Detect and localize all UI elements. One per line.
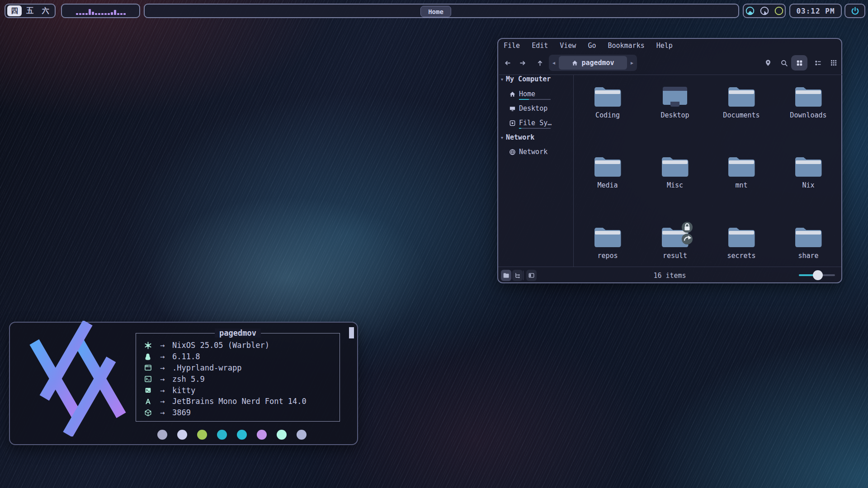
folder-icon — [794, 155, 823, 178]
slider-handle[interactable] — [813, 270, 823, 280]
folder-label: Documents — [723, 111, 760, 119]
fetch-row-shell: → zsh 5.9 — [143, 373, 307, 385]
viz-bar — [117, 13, 119, 15]
collapse-icon: ▾ — [501, 77, 503, 82]
folder-desktop[interactable]: Desktop — [648, 85, 702, 119]
folder-mnt[interactable]: mnt — [714, 155, 769, 189]
folder-label: Downloads — [790, 111, 826, 119]
folder-misc[interactable]: Misc — [648, 155, 702, 189]
palette-dot — [217, 430, 227, 440]
folder-label: Nix — [802, 181, 814, 189]
up-button[interactable] — [534, 57, 545, 68]
kernel-value: 6.11.8 — [172, 352, 200, 361]
home-icon — [571, 60, 578, 66]
icon-size-slider[interactable] — [799, 274, 835, 276]
focus-underline — [519, 128, 551, 129]
viz-bar — [108, 13, 110, 15]
list-view-button[interactable] — [812, 57, 823, 68]
fetch-rows: → NixOS 25.05 (Warbler) → 6.11.8 → .Hypr… — [143, 340, 307, 418]
viz-bar — [82, 13, 85, 15]
folder-label: Media — [597, 181, 618, 189]
item-label: Desktop — [519, 104, 547, 113]
folder-share[interactable]: share — [781, 225, 835, 260]
arrow-icon: → — [152, 386, 172, 395]
clock[interactable]: 03:12 PM — [789, 4, 842, 18]
menu-bookmarks[interactable]: Bookmarks — [608, 42, 644, 50]
folder-result[interactable]: result — [648, 225, 702, 260]
packages-icon — [143, 408, 152, 417]
forward-button[interactable] — [517, 57, 528, 68]
desktop-icon — [509, 105, 516, 112]
desktop-folder-icon — [660, 85, 689, 108]
folder-downloads[interactable]: Downloads — [781, 85, 835, 119]
workspace-6[interactable]: 六 — [38, 5, 53, 16]
section-label: My Computer — [506, 75, 551, 83]
system-status-widget[interactable] — [743, 4, 786, 18]
folder-icon — [727, 85, 756, 108]
folder-icon — [593, 85, 622, 108]
fetch-row-wm: → .Hyprland-wrapp — [143, 362, 307, 374]
symlink-emblem-icon — [681, 233, 693, 245]
power-button[interactable] — [844, 4, 865, 18]
lock-emblem-icon — [681, 221, 693, 233]
item-label: Home — [519, 90, 535, 98]
search-button[interactable] — [778, 57, 789, 68]
folder-label: Desktop — [660, 111, 689, 119]
terminal-icon — [143, 386, 152, 394]
menu-view[interactable]: View — [560, 42, 576, 50]
item-label: Network — [519, 148, 547, 156]
viz-bar — [101, 13, 104, 15]
folder-label: Misc — [667, 181, 683, 189]
folder-repos[interactable]: repos — [580, 225, 635, 260]
terminal-color-palette — [157, 430, 307, 440]
folder-coding[interactable]: Coding — [580, 85, 635, 119]
folder-documents[interactable]: Documents — [714, 85, 769, 119]
fetch-row-terminal: → kitty — [143, 385, 307, 396]
menu-edit[interactable]: Edit — [532, 42, 548, 50]
fetch-row-packages: → 3869 — [143, 407, 307, 418]
sidebar-section-network[interactable]: ▾ Network — [501, 133, 534, 141]
taskbar: Home — [144, 4, 739, 18]
sidebar-item-desktop[interactable]: Desktop — [509, 104, 547, 113]
viz-bar — [123, 13, 126, 15]
home-icon — [509, 91, 516, 98]
folder-icon — [794, 225, 823, 249]
menu-file[interactable]: File — [504, 42, 520, 50]
sidebar-item-file-system[interactable]: File Sy… — [509, 119, 552, 127]
back-button[interactable] — [502, 57, 513, 68]
items-count: 16 items — [498, 267, 841, 284]
folder-nix[interactable]: Nix — [781, 155, 835, 189]
linux-kernel-icon — [143, 352, 152, 361]
path-scroll-left-icon[interactable]: ◂ — [549, 60, 559, 66]
menu-go[interactable]: Go — [588, 42, 596, 50]
sidebar-item-network[interactable]: Network — [509, 148, 547, 156]
terminal-cursor — [349, 327, 354, 338]
focused-window-button[interactable]: Home — [420, 6, 451, 17]
workspace-5[interactable]: 五 — [23, 5, 37, 16]
menu-help[interactable]: Help — [656, 42, 673, 50]
fetch-row-font: → JetBrains Mono Nerd Font 14.0 — [143, 396, 307, 407]
breadcrumb[interactable]: pagedmov — [559, 56, 627, 70]
icon-view-button[interactable] — [791, 55, 807, 70]
sidebar-section-my-computer[interactable]: ▾ My Computer — [501, 75, 551, 83]
font-value: JetBrains Mono Nerd Font 14.0 — [172, 397, 307, 406]
sidebar-item-home[interactable]: Home — [509, 90, 535, 98]
folder-media[interactable]: Media — [580, 155, 635, 189]
folder-label: share — [798, 252, 818, 260]
workspace-4[interactable]: 四 — [7, 5, 22, 16]
location-button[interactable] — [763, 57, 774, 68]
window-manager-icon — [143, 364, 152, 372]
palette-dot — [157, 430, 167, 440]
fetch-row-os: → NixOS 25.05 (Warbler) — [143, 340, 307, 351]
path-scroll-right-icon[interactable]: ▸ — [627, 60, 637, 66]
viz-bar — [79, 13, 81, 15]
compact-view-button[interactable] — [828, 57, 839, 68]
viz-bar — [85, 13, 88, 15]
memory-gauge-icon — [760, 6, 769, 15]
disk-gauge-icon — [774, 6, 783, 15]
folder-icon — [593, 225, 622, 249]
folder-secrets[interactable]: secrets — [714, 225, 769, 260]
palette-dot — [277, 430, 287, 440]
folder-icon — [727, 225, 756, 249]
palette-dot — [257, 430, 267, 440]
